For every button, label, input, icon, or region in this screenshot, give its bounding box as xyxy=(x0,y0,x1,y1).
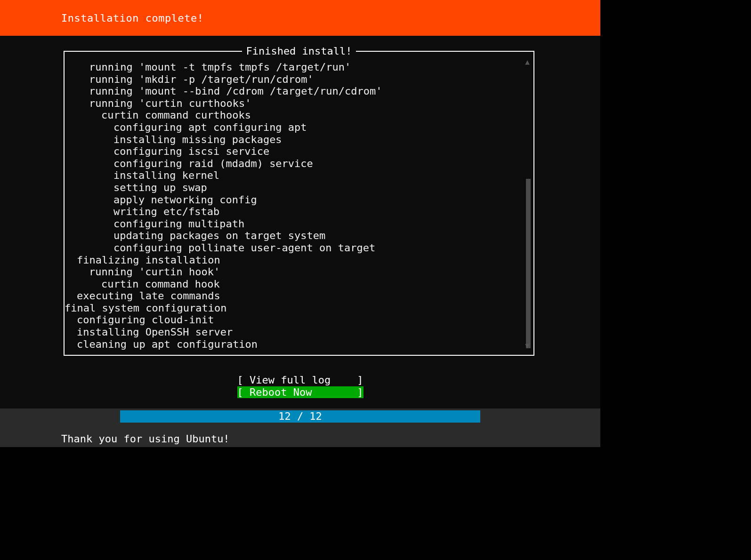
install-log[interactable]: running 'mount -t tmpfs tmpfs /target/ru… xyxy=(65,52,533,350)
log-line: running 'curtin curthooks' xyxy=(65,97,533,110)
log-line: updating packages on target system xyxy=(65,230,533,242)
progress-text: 12 / 12 xyxy=(278,410,322,422)
bracket-close: ] xyxy=(351,374,363,386)
install-log-panel: Finished install! running 'mount -t tmpf… xyxy=(64,51,534,356)
bracket-close: ] xyxy=(351,386,363,398)
log-line: cleaning up apt configuration xyxy=(65,338,533,351)
log-line: configuring cloud-init xyxy=(65,314,533,326)
log-line: curtin command curthooks xyxy=(65,109,533,121)
right-margin xyxy=(600,0,751,447)
reboot-now-button[interactable]: Reboot Now xyxy=(250,386,351,399)
log-line: running 'mount -t tmpfs tmpfs /target/ru… xyxy=(65,61,533,73)
bracket-open: [ xyxy=(237,386,250,398)
log-line: executing late commands xyxy=(65,290,533,302)
log-line: configuring pollinate user-agent on targ… xyxy=(65,242,533,254)
bracket-open: [ xyxy=(237,374,250,386)
log-line: running 'mkdir -p /target/run/cdrom' xyxy=(65,73,533,86)
log-line: configuring iscsi service xyxy=(65,145,533,158)
bottom-margin xyxy=(0,447,751,560)
log-line: configuring multipath xyxy=(65,218,533,230)
log-line: running 'mount --bind /cdrom /target/run… xyxy=(65,85,533,97)
log-line: installing missing packages xyxy=(65,134,533,146)
log-line: installing kernel xyxy=(65,169,533,182)
log-line: writing etc/fstab xyxy=(65,206,533,218)
scroll-up-icon[interactable]: ▲ xyxy=(525,57,530,66)
view-full-log-button[interactable]: View full log xyxy=(250,374,351,386)
log-line: installing OpenSSH server xyxy=(65,326,533,338)
thankyou-text: Thank you for using Ubuntu! xyxy=(61,433,230,445)
log-line: final system configuration xyxy=(65,302,533,314)
log-line: finalizing installation xyxy=(65,254,533,266)
log-line: configuring apt configuring apt xyxy=(65,121,533,134)
log-line: setting up swap xyxy=(65,182,533,194)
header-title: Installation complete! xyxy=(61,12,203,24)
log-line: apply networking config xyxy=(65,194,533,206)
header-bar: Installation complete! xyxy=(0,0,600,36)
log-line: configuring raid (mdadm) service xyxy=(65,158,533,170)
scroll-down-icon[interactable]: ▼ xyxy=(525,341,530,350)
log-line: running 'curtin hook' xyxy=(65,266,533,278)
scrollbar-thumb[interactable] xyxy=(526,179,531,348)
action-buttons: [ View full log ] [ Reboot Now ] xyxy=(0,374,600,399)
progress-bar: 12 / 12 xyxy=(120,410,480,423)
log-line: curtin command hook xyxy=(65,278,533,290)
